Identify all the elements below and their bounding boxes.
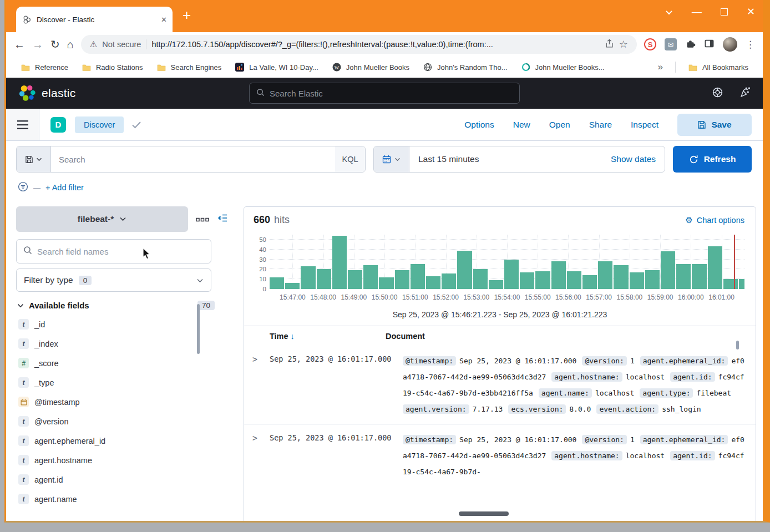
bookmark-item[interactable]: Radio Stations xyxy=(76,59,149,75)
tab-search-chevron-icon[interactable] xyxy=(665,6,673,18)
histogram-bar[interactable] xyxy=(426,276,440,289)
available-fields-header[interactable]: Available fields 70 xyxy=(16,301,228,310)
space-badge[interactable]: D xyxy=(50,117,66,133)
time-picker-calendar-button[interactable] xyxy=(374,146,409,172)
doc-field-name[interactable]: ecs.version: xyxy=(508,404,566,414)
doc-field-name[interactable]: agent.hostname: xyxy=(551,372,622,382)
histogram-bar[interactable] xyxy=(270,277,284,289)
doc-field-name[interactable]: agent.id: xyxy=(670,451,715,460)
index-pattern-selector[interactable]: filebeat-* xyxy=(16,206,188,232)
expand-row-icon[interactable]: > xyxy=(252,432,270,480)
query-language-button[interactable]: KQL xyxy=(335,146,365,172)
browser-tab[interactable]: Discover - Elastic ✕ xyxy=(16,7,173,32)
histogram-bar[interactable] xyxy=(661,251,675,289)
chart-plot[interactable] xyxy=(270,235,744,289)
field-item[interactable]: #_score xyxy=(16,353,228,373)
breadcrumb-check-icon[interactable] xyxy=(131,121,141,129)
reload-icon[interactable]: ↻ xyxy=(50,38,60,51)
news-feed-icon[interactable] xyxy=(739,87,751,100)
save-button[interactable]: Save xyxy=(677,114,752,136)
bookmark-item[interactable]: WJohn Mueller Books xyxy=(326,59,415,75)
profile-avatar[interactable] xyxy=(723,37,737,52)
doc-field-name[interactable]: agent.name: xyxy=(539,388,592,398)
extension-s-icon[interactable]: S xyxy=(644,38,656,50)
extensions-puzzle-icon[interactable] xyxy=(685,38,696,51)
histogram-bar[interactable] xyxy=(582,275,597,289)
doc-table-vertical-scrollbar[interactable] xyxy=(736,341,739,349)
histogram-bar[interactable] xyxy=(317,269,331,289)
histogram-bar[interactable] xyxy=(723,279,738,289)
extension-mail-icon[interactable]: ✉ xyxy=(665,38,677,50)
histogram-bar[interactable] xyxy=(504,260,519,289)
time-picker[interactable]: Last 15 minutes Show dates xyxy=(373,146,665,173)
appnav-link-new[interactable]: New xyxy=(513,120,530,130)
histogram-bar[interactable] xyxy=(598,261,612,289)
field-search-input[interactable] xyxy=(37,247,204,256)
doc-field-name[interactable]: agent.hostname: xyxy=(551,451,622,460)
histogram-bar[interactable] xyxy=(567,271,581,289)
histogram-bar[interactable] xyxy=(551,261,566,289)
chart-options-button[interactable]: ⚙ Chart options xyxy=(685,215,744,225)
forward-icon[interactable]: → xyxy=(32,38,43,51)
field-settings-icon[interactable] xyxy=(196,214,209,224)
time-range-value[interactable]: Last 15 minutes xyxy=(409,146,602,172)
collapse-sidebar-icon[interactable] xyxy=(217,214,228,225)
histogram-bar[interactable] xyxy=(379,277,393,289)
global-search-input[interactable] xyxy=(270,89,513,98)
histogram-bar[interactable] xyxy=(614,265,628,289)
appnav-link-inspect[interactable]: Inspect xyxy=(631,120,658,130)
field-item[interactable]: tagent.ephemeral_id xyxy=(16,431,228,450)
bookmarks-overflow-chevron[interactable]: » xyxy=(652,62,668,73)
histogram-bar[interactable] xyxy=(332,236,347,289)
histogram-bar[interactable] xyxy=(708,246,722,289)
bookmark-item[interactable]: John's Random Tho... xyxy=(417,59,513,75)
histogram-bar[interactable] xyxy=(395,270,409,289)
refresh-button[interactable]: Refresh xyxy=(673,146,752,173)
histogram-bar[interactable] xyxy=(457,251,472,289)
side-panel-icon[interactable] xyxy=(704,38,715,51)
query-input[interactable] xyxy=(51,146,335,172)
browser-menu-icon[interactable]: ⋮ xyxy=(746,39,755,50)
time-column-header[interactable]: Time↓ xyxy=(270,332,386,341)
histogram-bar[interactable] xyxy=(473,269,488,289)
help-icon[interactable] xyxy=(712,87,723,100)
doc-field-name[interactable]: agent.id: xyxy=(670,372,715,382)
bookmark-item[interactable]: La Valle, WI 10-Day... xyxy=(229,59,324,75)
new-tab-button[interactable]: + xyxy=(183,8,191,22)
field-item[interactable]: @timestamp xyxy=(16,392,228,412)
histogram-bar[interactable] xyxy=(442,273,456,290)
bookmark-item[interactable]: Search Engines xyxy=(151,59,227,75)
tab-close-icon[interactable]: ✕ xyxy=(161,16,167,24)
doc-field-name[interactable]: agent.ephemeral_id: xyxy=(640,435,728,444)
filter-icon[interactable] xyxy=(18,181,28,194)
histogram-bar[interactable] xyxy=(520,272,534,289)
saved-query-menu-button[interactable] xyxy=(17,146,51,172)
close-window-button[interactable]: ✕ xyxy=(747,6,755,18)
maximize-button[interactable] xyxy=(721,8,728,16)
breadcrumb[interactable]: Discover xyxy=(75,116,124,133)
add-filter-button[interactable]: + Add filter xyxy=(45,183,84,192)
histogram-bar[interactable] xyxy=(301,266,315,289)
histogram-bar[interactable] xyxy=(363,265,378,289)
sort-desc-icon[interactable]: ↓ xyxy=(291,332,295,341)
bookmark-star-icon[interactable]: ☆ xyxy=(619,38,628,50)
hamburger-menu-icon[interactable] xyxy=(6,109,39,140)
histogram-bar[interactable] xyxy=(630,272,644,289)
field-item[interactable]: t@version xyxy=(16,412,228,431)
sidebar-scrollbar[interactable] xyxy=(197,304,200,354)
doc-field-name[interactable]: agent.version: xyxy=(403,404,469,414)
histogram-bar[interactable] xyxy=(645,270,660,289)
bookmark-item[interactable]: John Mueller Books... xyxy=(515,59,610,75)
doc-field-name[interactable]: event.action: xyxy=(596,404,658,414)
histogram-bar[interactable] xyxy=(348,270,362,289)
histogram-bar[interactable] xyxy=(739,279,744,289)
filter-by-type[interactable]: Filter by type 0 xyxy=(16,268,211,292)
security-label[interactable]: Not secure xyxy=(102,40,141,49)
doc-field-name[interactable]: @timestamp: xyxy=(403,435,456,444)
appnav-link-options[interactable]: Options xyxy=(464,120,494,130)
field-item[interactable]: tagent.id xyxy=(16,470,228,489)
back-icon[interactable]: ← xyxy=(14,38,25,51)
field-search-box[interactable] xyxy=(16,239,211,264)
bookmark-item[interactable]: Reference xyxy=(15,59,74,75)
histogram-bar[interactable] xyxy=(535,271,550,289)
